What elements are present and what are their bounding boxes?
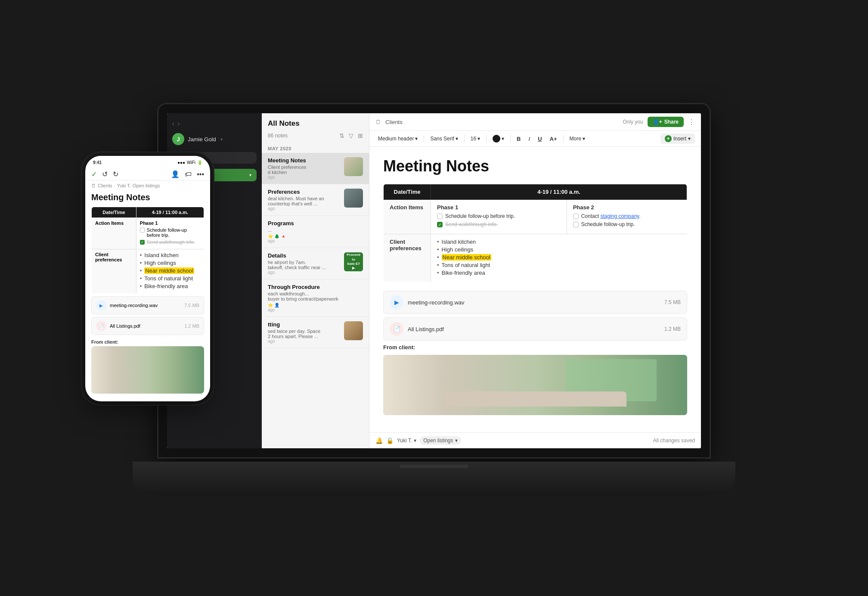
note-item-5[interactable]: Through Procedure each walkthrough... bu… [262,279,369,317]
phase2-content: Phase 2 Contact staging company. Schedul… [567,200,687,234]
staging-company-link[interactable]: staging company [600,213,639,219]
phone-action-label: Action Items [92,218,136,249]
bell-icon[interactable]: 🔔 [375,437,383,444]
attachment-audio[interactable]: ▶ meeting-recording.wav 7.5 MB [383,291,687,314]
phone-from-client-label: From client: [85,338,210,345]
note-preview-6: sed twice per day. Space [268,329,340,334]
phone-pref-1: • Island kitchen [140,252,200,258]
notes-list-panel: All Notes 86 notes ⇅ ▽ ⊞ MAY 2020 [262,113,369,448]
checklist-item-1: Schedule follow-up before trip. [437,213,561,219]
note-preview-4b: takeoff, check traffic near ... [268,265,340,270]
note-title-5: Through Procedure [268,284,363,290]
note-item-3[interactable]: Programs ... ⭐ 🌲 🔺 ago [262,216,369,248]
note-preview-6b: 2 hours apart. Please ... [268,334,340,339]
checklist-item-4: Schedule follow-up trip. [573,221,681,227]
font-size-button[interactable]: A+ [547,134,560,143]
phone-prefs-label-cell: Client preferences [92,249,136,294]
insert-button[interactable]: + Insert ▾ [660,133,695,144]
sofa-shape [444,391,626,407]
laptop-screen-bezel: ‹ › J Jamie Gold ▾ 🔍 Search + [158,104,710,457]
phone-more-icon[interactable]: ••• [197,171,204,178]
checkbox-1[interactable] [437,214,443,219]
note-thumb-1 [344,157,363,176]
phone-action-content: Phase 1 Schedule follow-up before trip. … [136,218,204,249]
editor-panel: 🗒 Clients Only you 👤+ Share ⋮ [369,113,701,448]
phone-checkbox-2[interactable]: ✓ [140,240,145,245]
user-name: Jamie Gold [188,136,216,143]
checkbox-2[interactable]: ✓ [437,222,443,227]
editor-footer: 🔔 🔒 Yuki T. ▾ Open listings ▾ All c [369,432,701,448]
phone-attach-pdf: 📄 All Listings.pdf 1.2 MB [91,317,204,335]
note-preview-3: ... [268,227,363,233]
font-dropdown[interactable]: Sans Serif ▾ [428,134,460,143]
footer-user[interactable]: Yuki T. ▾ [397,438,416,444]
note-item-1[interactable]: Meeting Notes Client preferences d kitch… [262,153,369,184]
phone-toolbar: ✓ ↺ ↻ 👤 🏷 ••• [85,168,210,180]
living-room-scene [383,355,687,415]
size-dropdown[interactable]: 16 ▾ [468,134,483,143]
phone-phase1-label: Phase 1 [140,220,200,226]
color-dropdown[interactable]: ▾ [490,133,507,144]
phone-redo-icon[interactable]: ↻ [113,170,118,178]
client-image [383,355,687,415]
italic-button[interactable]: I [526,134,533,143]
from-client-label: From client: [383,344,687,351]
phone-note-title: Meeting Notes [85,191,210,207]
footer-tag-chevron: ▾ [455,438,458,444]
phone-table: Date/Time 4-19 / 11:00 a.m. Action Items… [91,207,204,294]
only-you-label: Only you [623,119,643,125]
phone-prefs-content: • Island kitchen • High ceilings • Near … [136,249,204,294]
client-prefs-label: Client preferences [384,234,431,282]
note-time-3: ago [268,239,363,243]
attachment-pdf[interactable]: 📄 All Listings.pdf 1.2 MB [383,317,687,341]
audio-play-icon[interactable]: ▶ [390,295,403,309]
heading-dropdown[interactable]: Medium header ▾ [375,134,420,143]
mobile-phone: 9:41 ●●● WiFi 🔋 ✓ ↺ ↻ 👤 🏷 ••• 🗒 Client [85,156,210,401]
nav-forward-arrow[interactable]: › [178,120,180,127]
note-info-3: Programs ... ⭐ 🌲 🔺 ago [268,220,363,243]
more-dropdown[interactable]: More ▾ [567,134,588,143]
phone-status-bar: 9:41 ●●● WiFi 🔋 [85,156,210,168]
phone-user-icon[interactable]: 👤 [171,170,180,178]
checklist-item-2: ✓ Send walkthrough info. [437,221,561,227]
note-thumb-4: Proceed toGate E7▶ [344,252,363,271]
topbar-more-icon[interactable]: ⋮ [688,118,695,126]
phase1-content: Phase 1 Schedule follow-up before trip. … [431,200,567,234]
bold-button[interactable]: B [514,134,523,143]
note-item-4[interactable]: Details he airport by 7am. takeoff, chec… [262,248,369,279]
note-tag-tri: 🔺 [281,234,286,239]
underline-button[interactable]: U [535,134,544,143]
phone-tag-icon[interactable]: 🏷 [185,171,192,178]
phone-user2: Open listings [133,183,160,188]
phone-table-header-value: 4-19 / 11:00 a.m. [136,207,204,218]
filter-icon[interactable]: ▽ [349,132,353,139]
audio-filename: meeting-recording.wav [408,299,660,306]
doc-title[interactable]: Meeting Notes [383,157,687,175]
checkbox-3[interactable] [573,214,579,219]
note-time-2: ago [268,206,340,211]
notes-panel-title: All Notes [268,119,363,128]
breadcrumb-clients[interactable]: Clients [385,119,403,125]
phone-client-image [91,346,204,394]
lock-icon[interactable]: 🔒 [386,437,394,444]
phone-check-icon[interactable]: ✓ [91,170,97,178]
checkbox-4[interactable] [573,222,579,227]
note-tag-5-star: ⭐ [268,303,273,307]
phase1-header: Phase 1 [437,204,561,211]
note-item-6[interactable]: tting sed twice per day. Space 2 hours a… [262,317,369,348]
sidebar-user[interactable]: J Jamie Gold ▾ [167,130,262,150]
laptop-notch [400,465,468,468]
editor-topbar: 🗒 Clients Only you 👤+ Share ⋮ [369,113,701,131]
note-item-2[interactable]: Preferences deal kitchen. Must have an c… [262,184,369,216]
sort-icon[interactable]: ⇅ [339,132,344,139]
nav-back-arrow[interactable]: ‹ [172,120,174,127]
share-button[interactable]: 👤+ Share [648,117,684,127]
note-title-3: Programs [268,220,363,227]
view-icon[interactable]: ⊞ [358,132,363,139]
phone-checkbox-1[interactable] [140,228,145,233]
pref-item-5: • Bike-friendly area [437,270,681,276]
footer-tag[interactable]: Open listings ▾ [420,436,461,445]
note-tag-5-person: 👤 [274,303,279,307]
action-items-label: Action Items [384,200,431,234]
phone-undo-icon[interactable]: ↺ [102,170,108,178]
